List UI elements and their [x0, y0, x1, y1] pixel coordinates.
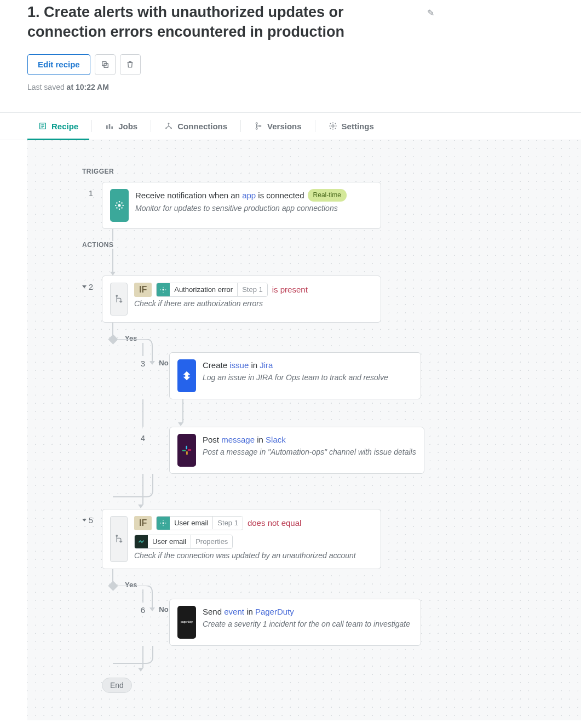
- svg-point-16: [115, 205, 117, 207]
- trigger-card[interactable]: Receive notification when an app is conn…: [102, 182, 381, 229]
- yes-label: Yes: [125, 581, 137, 589]
- realtime-badge: Real-time: [308, 189, 347, 202]
- svg-rect-4: [109, 124, 111, 129]
- trigger-section-label: TRIGGER: [82, 168, 581, 175]
- last-saved-text: Last saved at 10:22 AM: [27, 83, 554, 91]
- svg-point-19: [121, 207, 123, 209]
- svg-point-27: [165, 289, 166, 290]
- svg-point-37: [165, 523, 166, 523]
- svg-point-14: [119, 201, 120, 203]
- workato-icon: [157, 517, 170, 530]
- condition-operator: is present: [272, 285, 308, 294]
- page-title: 1. Create alerts with unauthorized updat…: [27, 2, 422, 42]
- svg-point-24: [163, 287, 164, 288]
- svg-point-36: [160, 523, 161, 523]
- branch-icon: [110, 283, 128, 316]
- svg-point-18: [116, 202, 118, 204]
- svg-rect-5: [112, 127, 113, 129]
- yes-label: Yes: [125, 334, 137, 342]
- step-number: 3: [123, 359, 145, 368]
- tab-recipe[interactable]: Recipe: [27, 113, 89, 140]
- jira-icon: [177, 359, 196, 392]
- workato-icon: [157, 283, 170, 296]
- action-card[interactable]: Post message in Slack Post a message in …: [169, 427, 424, 474]
- condition-pill: Authorization error Step 1: [156, 283, 268, 297]
- svg-point-35: [163, 525, 164, 526]
- svg-point-13: [118, 204, 121, 207]
- step-description: Monitor for updates to sensitive product…: [135, 204, 373, 213]
- svg-point-25: [163, 292, 164, 293]
- step-number[interactable]: 2: [82, 282, 93, 291]
- step-description: Post a message in "Automation-ops" chann…: [203, 448, 416, 456]
- svg-point-11: [260, 125, 261, 127]
- action-card[interactable]: Create issue in Jira Log an issue in JIR…: [169, 352, 421, 399]
- tabs: Recipe Jobs Connections Versions Setting…: [0, 112, 581, 140]
- if-badge: IF: [134, 516, 152, 530]
- tab-jobs[interactable]: Jobs: [94, 113, 148, 140]
- svg-point-34: [163, 520, 164, 521]
- svg-rect-29: [182, 450, 186, 451]
- condition-pill: User email Step 1: [156, 516, 243, 530]
- svg-point-6: [168, 123, 170, 124]
- svg-rect-30: [186, 451, 188, 455]
- if-badge: IF: [134, 283, 152, 297]
- svg-rect-3: [106, 125, 108, 129]
- step-number: 1: [82, 188, 93, 198]
- step-description: Create a severity 1 incident for the on …: [203, 620, 413, 628]
- properties-icon: [135, 535, 148, 548]
- step-description: Log an issue in JIRA for Ops team to tra…: [203, 373, 413, 382]
- slack-icon: [177, 434, 196, 467]
- branch-icon: [110, 516, 128, 562]
- condition-card[interactable]: IF Authorization error Step 1 is present…: [102, 276, 381, 323]
- condition-pill: User email Properties: [134, 535, 233, 549]
- actions-section-label: ACTIONS: [82, 241, 581, 249]
- no-label: No: [159, 359, 168, 367]
- svg-rect-28: [186, 446, 187, 450]
- step-description: Check if there are authorization errors: [134, 299, 373, 308]
- svg-rect-31: [188, 449, 192, 451]
- step-number: 6: [123, 605, 145, 615]
- tab-settings[interactable]: Settings: [318, 113, 385, 140]
- svg-point-32: [116, 535, 117, 536]
- condition-card[interactable]: IF User email Step 1 does not equal: [102, 509, 381, 569]
- step-description: Check if the connection was updated by a…: [134, 551, 373, 560]
- edit-title-icon[interactable]: ✎: [427, 8, 434, 18]
- delete-button[interactable]: [120, 54, 141, 75]
- caret-down-icon: [82, 285, 87, 288]
- svg-point-15: [119, 208, 120, 210]
- jobs-icon: [105, 122, 114, 130]
- edit-recipe-button[interactable]: Edit recipe: [27, 54, 90, 75]
- step-number: 4: [123, 433, 145, 443]
- workato-icon: [110, 189, 129, 222]
- svg-point-23: [163, 289, 164, 290]
- settings-icon: [329, 122, 337, 130]
- pagerduty-icon: pagerduty: [177, 606, 196, 639]
- svg-point-22: [116, 295, 117, 296]
- condition-operator: does not equal: [248, 518, 301, 528]
- svg-point-10: [256, 128, 257, 130]
- recipe-icon: [38, 122, 47, 130]
- svg-point-17: [122, 205, 124, 207]
- svg-point-33: [163, 522, 164, 524]
- connections-icon: [164, 122, 173, 130]
- svg-point-9: [256, 123, 257, 124]
- tab-versions[interactable]: Versions: [243, 113, 313, 140]
- svg-point-20: [116, 207, 118, 209]
- copy-button[interactable]: [95, 54, 116, 75]
- caret-down-icon: [82, 519, 87, 521]
- svg-point-26: [160, 289, 161, 290]
- versions-icon: [254, 122, 263, 130]
- action-card[interactable]: pagerduty Send event in PagerDuty Create…: [169, 599, 421, 646]
- step-number[interactable]: 5: [82, 515, 93, 525]
- end-pill: End: [102, 678, 132, 693]
- no-label: No: [159, 605, 168, 614]
- svg-point-12: [332, 125, 334, 127]
- svg-point-21: [121, 202, 123, 204]
- tab-connections[interactable]: Connections: [153, 113, 238, 140]
